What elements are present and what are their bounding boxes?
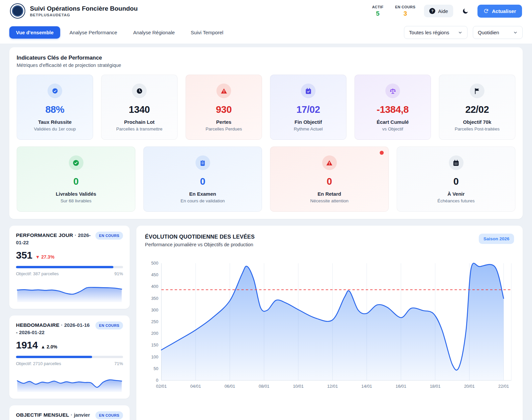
kpi-card: 1340 Prochain Lot Parcelles à transmettr… [101, 75, 178, 140]
svg-text:14/01: 14/01 [361, 384, 372, 389]
kpi-label: Livrables Validés [21, 191, 131, 197]
svg-text:450: 450 [151, 273, 158, 277]
kpi-label: En Retard [274, 191, 384, 197]
kpi-card: 88% Taux Réussite Validées du 1er coup [17, 75, 93, 140]
dark-mode-toggle[interactable] [462, 8, 469, 15]
kpi-value: 1340 [105, 104, 173, 115]
period-select[interactable]: Quotidien [473, 26, 523, 39]
kpi-section: Indicateurs Clés de Performance Métrique… [9, 47, 523, 219]
kpi-card: 22/02 Objectif 70k Parcelles Post-traité… [439, 75, 515, 140]
title-separator: · [70, 412, 74, 418]
help-button-label: Aide [438, 8, 448, 14]
kpi-value: 0 [148, 176, 258, 187]
kpi-row-1: 88% Taux Réussite Validées du 1er coup 1… [17, 75, 515, 140]
sparkline-chart [16, 280, 123, 302]
calendar-check-icon [301, 84, 316, 98]
svg-text:50: 50 [154, 366, 158, 371]
kpi-section-title: Indicateurs Clés de Performance [17, 55, 515, 61]
chevron-down-icon [513, 30, 518, 35]
kpi-sublabel: Échéances futures [401, 198, 511, 203]
kpi-value: 22/02 [443, 104, 511, 115]
kpi-card: 930 Pertes Parcelles Perdues [186, 75, 262, 140]
card-value: 351 [16, 250, 32, 261]
delta-value: ▲ 2.0% [41, 344, 58, 349]
kpi-value: -1384,8 [359, 104, 427, 115]
refresh-button[interactable]: Actualiser [477, 5, 522, 18]
kpi-value: 930 [190, 104, 258, 115]
svg-text:200: 200 [151, 331, 158, 336]
progress-bar [16, 266, 123, 268]
scale-icon [385, 84, 400, 98]
kpi-row-2: 0 Livrables Validés Sur 68 livrables 0 E… [17, 146, 515, 212]
stat-actif-label: ACTIF [369, 5, 386, 9]
kpi-label: En Examen [148, 191, 258, 197]
kpi-label: Objectif 70k [443, 119, 511, 125]
kpi-sublabel: Parcelles Perdues [190, 126, 258, 131]
svg-text:400: 400 [151, 285, 158, 289]
kpi-card: 17/02 Fin Objectif Rythme Actuel [270, 75, 346, 140]
main-nav: Vue d'ensembleAnalyse PerformanceAnalyse… [0, 22, 532, 44]
calendar-icon [449, 155, 464, 170]
sparkline-chart [16, 370, 123, 392]
svg-text:12/01: 12/01 [327, 384, 338, 389]
card-title: HEBDOMADAIRE [16, 322, 60, 328]
kpi-sublabel: En cours de validation [148, 198, 258, 203]
progress-bar [16, 356, 123, 358]
svg-text:08/01: 08/01 [259, 384, 269, 389]
performance-card: PERFORMANCE JOUR · 2026-01-22 EN COURS 3… [9, 226, 130, 309]
kpi-card: 0 Livrables Validés Sur 68 livrables [17, 146, 135, 212]
svg-text:300: 300 [151, 308, 158, 313]
stat-actif: ACTIF 5 [369, 5, 386, 17]
performance-column: PERFORMANCE JOUR · 2026-01-22 EN COURS 3… [9, 226, 130, 420]
chart-subtitle: Performance journalière vs Objectifs de … [145, 242, 255, 247]
tab-vue-d-ensemble[interactable]: Vue d'ensemble [9, 26, 60, 39]
status-badge: EN COURS [95, 321, 123, 329]
card-title: OBJECTIF MENSUEL [16, 412, 69, 418]
title-separator: · [61, 322, 64, 328]
svg-text:16/01: 16/01 [396, 384, 406, 389]
status-badge: EN COURS [95, 232, 123, 240]
daily-evolution-chart-card: ÉVOLUTION QUOTIDIENNE DES LEVÉES Perform… [136, 226, 523, 420]
svg-text:350: 350 [151, 296, 158, 301]
svg-text:20/01: 20/01 [464, 384, 475, 389]
region-select[interactable]: Toutes les régions [404, 26, 467, 39]
kpi-sublabel: Sur 68 livrables [21, 198, 131, 203]
performance-card: HEBDOMADAIRE · 2026-01-16 - 2026-01-22 E… [9, 315, 130, 399]
warning-icon [216, 84, 231, 98]
svg-text:10/01: 10/01 [293, 384, 304, 389]
help-button[interactable]: ? Aide [424, 5, 453, 17]
moon-icon [462, 8, 469, 15]
check-circle-icon [69, 155, 83, 170]
kpi-label: Fin Objectif [274, 119, 342, 125]
objective-label: Objectif: 387 parcelles [16, 271, 59, 276]
kpi-sublabel: vs Objectif [359, 126, 427, 131]
stat-en-cours-label: EN COURS [395, 5, 415, 9]
kpi-label: Taux Réussite [21, 119, 89, 125]
objective-label: Objectif: 2710 parcelles [16, 361, 61, 366]
kpi-value: 0 [401, 176, 511, 187]
tab-analyse-performance[interactable]: Analyse Performance [63, 26, 124, 39]
kpi-value: 17/02 [274, 104, 342, 115]
warning-icon [322, 155, 337, 170]
kpi-sublabel: Nécessite attention [274, 198, 384, 203]
card-title: PERFORMANCE JOUR [16, 232, 73, 238]
kpi-sublabel: Validées du 1er coup [21, 126, 89, 131]
chevron-down-icon [458, 30, 463, 35]
svg-text:100: 100 [151, 355, 158, 359]
stat-en-cours: EN COURS 3 [395, 5, 415, 17]
stat-actif-value: 5 [369, 10, 386, 17]
tab-suivi-temporel[interactable]: Suivi Temporel [184, 26, 230, 39]
svg-text:250: 250 [151, 319, 158, 324]
chart-title: ÉVOLUTION QUOTIDIENNE DES LEVÉES [145, 234, 255, 240]
svg-text:18/01: 18/01 [430, 384, 441, 389]
percent-label: 91% [114, 271, 123, 276]
kpi-sublabel: Parcelles à transmettre [105, 126, 173, 131]
delta-value: ▼ 27.3% [35, 254, 54, 260]
org-subtitle: BETPLUSAUDETAG [30, 13, 138, 17]
tab-analyse-r-gionale[interactable]: Analyse Régionale [126, 26, 181, 39]
card-value: 1914 [16, 339, 38, 351]
kpi-label: Pertes [190, 119, 258, 125]
kpi-card: -1384,8 Écart Cumulé vs Objectif [354, 75, 431, 140]
kpi-label: Écart Cumulé [359, 119, 427, 125]
stat-en-cours-value: 3 [395, 10, 415, 17]
